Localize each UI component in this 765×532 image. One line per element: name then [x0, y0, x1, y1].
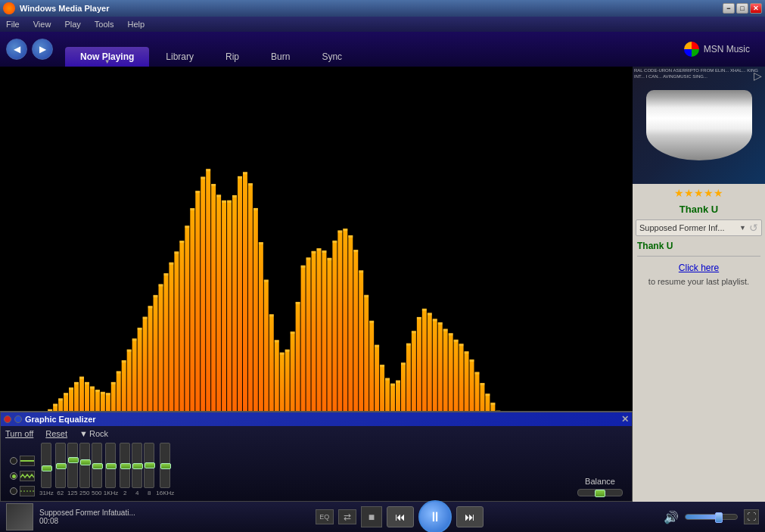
minimize-button[interactable]: − [723, 3, 735, 14]
eq-fader-thumb-8 [145, 462, 155, 468]
eq-fader-1: 62 [55, 443, 66, 496]
eq-fader-track-2[interactable] [67, 443, 78, 488]
tab-burn[interactable]: Burn [256, 47, 305, 67]
menu-item-play[interactable]: Play [61, 20, 83, 29]
eq-radio-2[interactable] [10, 472, 17, 480]
menu-item-file[interactable]: File [3, 20, 23, 29]
close-button[interactable]: ✕ [750, 3, 762, 14]
eq-fader-thumb-5 [106, 463, 117, 469]
eq-fader-8: 8 [144, 443, 154, 496]
eq-radio-label-3 [20, 486, 35, 496]
eq-fader-2: 125 [67, 443, 78, 496]
eq-fader-track-5[interactable] [105, 443, 116, 488]
stop-button[interactable]: ■ [361, 506, 382, 527]
eq-dot-blue [14, 415, 22, 423]
eq-radio-label-2 [20, 471, 35, 481]
eq-preset-label: Rock [89, 429, 108, 438]
sidebar: RAL CODE-URON ASERRIPTO FROM ELIN... XHA… [633, 67, 765, 502]
volume-slider[interactable] [685, 514, 738, 520]
equalizer-title-bar: Graphic Equalizer ✕ [1, 412, 632, 426]
album-selector-row: Supposed Former Inf... ▼ ↺ [636, 219, 762, 236]
transport-album-thumbnail [6, 503, 33, 530]
current-track-label: Thank U [633, 239, 765, 253]
eq-radio-1[interactable] [10, 457, 17, 465]
eq-close-button[interactable]: ✕ [621, 414, 629, 425]
eq-fader-track-3[interactable] [79, 443, 90, 488]
eq-fader-label-6: 2 [123, 490, 126, 496]
album-art-image: RAL CODE-URON ASERRIPTO FROM ELIN... XHA… [633, 67, 765, 184]
equalizer-button[interactable]: EQ [316, 509, 334, 524]
eq-fader-track-9[interactable] [160, 443, 170, 488]
eq-balance-slider[interactable] [577, 489, 623, 496]
eq-fader-track-8[interactable] [144, 443, 154, 488]
eq-fader-label-3: 250 [79, 490, 89, 496]
track-time: 00:08 [39, 517, 135, 525]
maximize-button[interactable]: □ [736, 3, 748, 14]
album-selector-dropdown-icon[interactable]: ▼ [739, 224, 746, 232]
msn-music-label: MSN Music [704, 44, 750, 54]
eq-fader-thumb-7 [132, 463, 143, 469]
eq-balance-area: Balance [568, 477, 623, 496]
click-here-link[interactable]: Click here [633, 260, 765, 276]
eq-turn-off-button[interactable]: Turn off [5, 429, 33, 438]
eq-fader-thumb-9 [160, 463, 171, 469]
eq-radio-group [10, 448, 39, 496]
eq-title-left: Graphic Equalizer [4, 415, 96, 424]
song-title: Thank U [633, 202, 765, 216]
fullscreen-button[interactable]: ⛶ [744, 509, 759, 524]
eq-fader-label-2: 125 [67, 490, 77, 496]
eq-wavy-icon [20, 473, 34, 479]
play-pause-button[interactable]: ⏸ [418, 500, 452, 532]
tab-sync[interactable]: Sync [306, 47, 357, 67]
eq-fader-thumb-1 [56, 463, 67, 469]
eq-preset-selector[interactable]: ▼ Rock [79, 429, 108, 438]
star-rating[interactable]: ★★★★★ [633, 184, 765, 202]
eq-reset-button[interactable]: Reset [45, 429, 67, 438]
eq-fader-label-5: 1KHz [104, 490, 119, 496]
tab-rip[interactable]: Rip [210, 47, 254, 67]
eq-fader-track-0[interactable] [41, 443, 51, 488]
eq-fader-label-0: 31Hz [39, 490, 54, 496]
eq-fader-thumb-4 [92, 463, 103, 469]
eq-fader-track-1[interactable] [55, 443, 66, 488]
volume-icon[interactable]: 🔊 [664, 510, 679, 524]
track-name: Supposed Former Infatuati... [39, 509, 135, 517]
eq-dotted-icon [20, 488, 34, 494]
eq-balance-label: Balance [585, 477, 615, 486]
back-button[interactable]: ◀ [6, 39, 27, 60]
eq-fader-6: 2 [120, 443, 130, 496]
volume-thumb [715, 512, 723, 523]
eq-fader-label-9: 16KHz [156, 490, 174, 496]
eq-fader-7: 4 [132, 443, 142, 496]
menu-item-help[interactable]: Help [124, 20, 148, 29]
menu-item-view[interactable]: View [30, 20, 54, 29]
repeat-icon[interactable]: ↺ [746, 222, 758, 234]
tab-now-playing[interactable]: Now Playing [65, 47, 149, 67]
eq-fader-track-6[interactable] [120, 443, 130, 488]
eq-top-row: Turn off Reset ▼ Rock [5, 428, 627, 440]
forward-button[interactable]: ▶ [32, 39, 53, 60]
eq-fader-3: 250 [79, 443, 90, 496]
eq-fader-label-8: 8 [148, 490, 151, 496]
msn-music-tab[interactable]: MSN Music [675, 37, 759, 61]
menu-item-tools[interactable]: Tools [92, 20, 117, 29]
nav-tabs: Now Playing Library Rip Burn Sync [58, 32, 670, 67]
eq-fader-label-7: 4 [135, 490, 138, 496]
resume-text: to resume your last playlist. [633, 276, 765, 288]
eq-fader-label-1: 62 [57, 490, 64, 496]
next-button[interactable]: ⏭ [456, 506, 484, 527]
eq-radio-3[interactable] [10, 487, 17, 495]
eq-sliders-area: 31Hz621252505001KHz24816KHz Balance [5, 440, 627, 496]
tab-library[interactable]: Library [151, 47, 209, 67]
album-art: RAL CODE-URON ASERRIPTO FROM ELIN... XHA… [633, 67, 765, 184]
eq-dot-red [4, 415, 11, 423]
previous-button[interactable]: ⏮ [387, 506, 414, 527]
shuffle-button[interactable]: ⇄ [338, 509, 356, 524]
eq-fader-track-7[interactable] [132, 443, 142, 488]
expand-icon[interactable]: ▷ [754, 70, 762, 82]
eq-radio-row-3 [10, 486, 35, 496]
nav-bar: ◀ ▶ Now Playing Library Rip Burn Sync MS… [0, 32, 765, 67]
eq-fader-track-4[interactable] [92, 443, 102, 488]
eq-fader-thumb-2 [68, 457, 79, 463]
eq-radio-row-1 [10, 456, 35, 466]
